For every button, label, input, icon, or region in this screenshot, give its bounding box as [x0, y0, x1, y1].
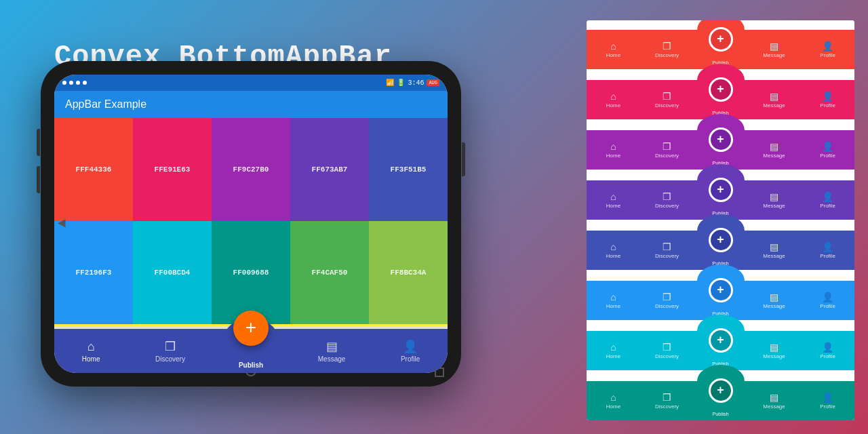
- bar3-fab: +: [709, 127, 733, 152]
- nav-item-home[interactable]: ⌂ Home: [82, 340, 100, 363]
- bar7-home: ⌂Home: [597, 342, 631, 359]
- publish-fab-label: Publish: [239, 361, 263, 369]
- grid-cell-1: FFE91E63: [133, 118, 212, 221]
- bar-preview-pink: ⌂Home ❒Discovery . ▤Message 👤Profile + P…: [587, 71, 854, 119]
- bar8-publish-label: Publish: [712, 411, 729, 417]
- grid-cell-9: FF8BC34A: [369, 221, 448, 324]
- bar-previews-panel: ⌂Home ❒Discovery +P ▤Message 👤Profile + …: [587, 20, 854, 420]
- color-grid: FFF44336 FFE91E63 FF9C27B0 FF673AB7 FF3F…: [54, 118, 448, 324]
- back-button: ◄: [58, 217, 66, 231]
- app-bar-title: AppBar Example: [65, 98, 146, 111]
- bar4-profile: 👤Profile: [811, 191, 845, 209]
- bar4-home: ⌂Home: [597, 191, 631, 209]
- bar7-fab: +: [709, 328, 733, 353]
- bar2-message: ▤Message: [757, 91, 791, 108]
- bar8-discovery: ❒Discovery: [650, 392, 684, 410]
- grid-cell-8: FF4CAF50: [290, 221, 369, 324]
- bar4-fab: +: [709, 178, 733, 202]
- nav-discovery-label: Discovery: [155, 355, 185, 363]
- status-bar: 📶 🔋 3:46 AUG: [54, 75, 448, 91]
- bar5-discovery: ❒Discovery: [650, 241, 684, 259]
- bar4-message: ▤Message: [757, 191, 791, 209]
- volume-down-button: [37, 166, 40, 193]
- status-right-info: 📶 🔋 3:46 AUG: [386, 79, 439, 87]
- bar-preview-red: ⌂Home ❒Discovery +P ▤Message 👤Profile + …: [587, 20, 854, 69]
- bar6-profile: 👤Profile: [811, 292, 845, 309]
- bar1-fab: +: [709, 27, 733, 52]
- bar3-message: ▤Message: [757, 141, 791, 159]
- bar-preview-teal: ⌂Home ❒Discovery . ▤Message 👤Profile + P…: [587, 372, 854, 420]
- nav-message-label: Message: [318, 355, 346, 363]
- bar6-fab: +: [709, 278, 733, 302]
- bar7-profile: 👤Profile: [811, 342, 845, 359]
- bar2-fab: +: [709, 77, 733, 102]
- bar1-home: ⌂Home: [597, 41, 631, 58]
- bar-preview-indigo: ⌂Home ❒Discovery . ▤Message 👤Profile + P…: [587, 221, 854, 270]
- profile-icon: 👤: [403, 339, 418, 354]
- phone-mockup: ◄ 📶 🔋 3:46 AUG App: [41, 61, 461, 387]
- bar2-profile: 👤Profile: [811, 91, 845, 108]
- bar8-message: ▤Message: [757, 392, 791, 410]
- date-badge: AUG: [427, 79, 439, 86]
- time-display: 3:46: [408, 79, 424, 87]
- grid-cell-3: FF673AB7: [290, 118, 369, 221]
- bar5-home: ⌂Home: [597, 241, 631, 259]
- status-left-icons: [62, 81, 87, 85]
- bar4-discovery: ❒Discovery: [650, 191, 684, 209]
- home-icon: ⌂: [87, 340, 95, 354]
- bar7-discovery: ❒Discovery: [650, 342, 684, 359]
- nav-item-discovery[interactable]: ❒ Discovery: [155, 339, 185, 363]
- grid-cell-7: FF009688: [212, 221, 290, 324]
- grid-cell-6: FF00BCD4: [133, 221, 212, 324]
- grid-cell-0: FFF44336: [54, 118, 133, 221]
- bar8-home: ⌂Home: [597, 392, 631, 410]
- bar6-discovery: ❒Discovery: [650, 292, 684, 309]
- app-bar: AppBar Example: [54, 91, 448, 118]
- bar-preview-purple: ⌂Home ❒Discovery . ▤Message 👤Profile + P…: [587, 121, 854, 170]
- bar1-profile: 👤Profile: [811, 41, 845, 58]
- bar6-home: ⌂Home: [597, 292, 631, 309]
- bar-preview-cyan: ⌂Home ❒Discovery . ▤Message 👤Profile + P…: [587, 321, 854, 370]
- bar2-discovery: ❒Discovery: [650, 91, 684, 108]
- nav-item-profile[interactable]: 👤 Profile: [401, 339, 420, 363]
- volume-up-button: [37, 129, 40, 156]
- bar-preview-deep-purple: ⌂Home ❒Discovery . ▤Message 👤Profile + P…: [587, 171, 854, 220]
- bottom-nav-bar: + ⌂ Home ❒ Discovery + Publish: [54, 324, 448, 373]
- grid-cell-5: FF2196F3: [54, 221, 133, 324]
- bar3-discovery: ❒Discovery: [650, 141, 684, 159]
- power-button: [462, 142, 465, 176]
- nav-home-label: Home: [82, 355, 100, 363]
- bar1-message: ▤Message: [757, 41, 791, 58]
- battery-icon: 🔋: [397, 79, 405, 87]
- bar2-home: ⌂Home: [597, 91, 631, 108]
- grid-cell-4: FF3F51B5: [369, 118, 448, 221]
- bar5-message: ▤Message: [757, 241, 791, 259]
- discovery-icon: ❒: [165, 339, 176, 354]
- bar8-profile: 👤Profile: [811, 392, 845, 410]
- nav-profile-label: Profile: [401, 355, 420, 363]
- bar-preview-blue: ⌂Home ❒Discovery . ▤Message 👤Profile + P…: [587, 271, 854, 320]
- bar8-fab: +: [709, 378, 733, 403]
- grid-cell-2: FF9C27B0: [212, 118, 290, 221]
- publish-fab[interactable]: +: [233, 311, 269, 346]
- bar3-home: ⌂Home: [597, 141, 631, 159]
- nav-item-message[interactable]: ▤ Message: [318, 339, 346, 363]
- message-icon: ▤: [326, 339, 338, 354]
- wifi-icon: 📶: [386, 79, 394, 87]
- bar7-message: ▤Message: [757, 342, 791, 359]
- bar3-profile: 👤Profile: [811, 141, 845, 159]
- bar6-message: ▤Message: [757, 292, 791, 309]
- bar1-discovery: ❒Discovery: [650, 41, 684, 58]
- bar5-fab: +: [709, 228, 733, 252]
- bar5-profile: 👤Profile: [811, 241, 845, 259]
